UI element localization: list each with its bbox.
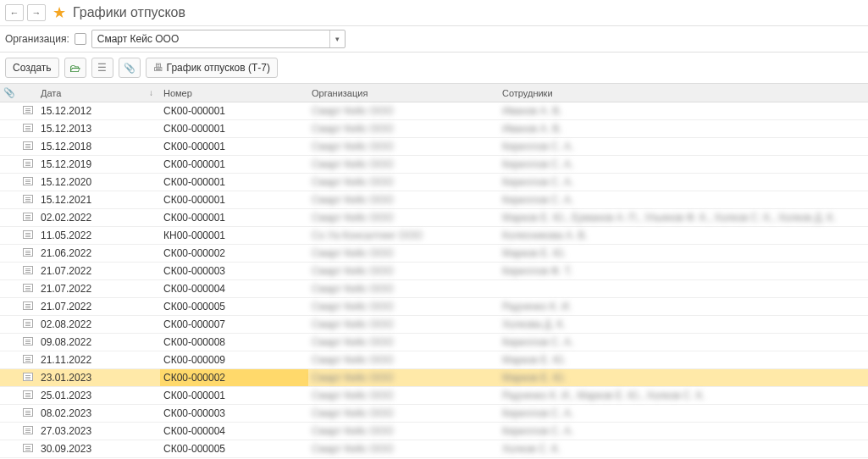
- cell-employees: Колесникова А. В.: [499, 230, 868, 241]
- cell-employees: Иванов А. В.: [499, 105, 868, 117]
- document-icon: [23, 230, 33, 239]
- create-button[interactable]: Создать: [5, 58, 59, 78]
- table-row[interactable]: 02.08.2022СК00-000007Смарт Кейс ОООХолко…: [0, 316, 868, 334]
- table-row[interactable]: 08.02.2023СК00-000003Смарт Кейс ОООКирил…: [0, 405, 868, 423]
- cell-doc-icon: [19, 443, 37, 455]
- document-icon: [23, 195, 33, 203]
- column-date[interactable]: Дата ↓: [37, 88, 160, 98]
- table-row[interactable]: 23.01.2023СК00-000002Смарт Кейс ОООМарко…: [0, 369, 868, 387]
- cell-date: 15.12.2013: [37, 123, 160, 135]
- document-icon: [23, 390, 33, 399]
- cell-number: СК00-000007: [160, 316, 308, 333]
- table-row[interactable]: 30.09.2023СК00-000005Смарт Кейс ОООХолко…: [0, 440, 868, 458]
- forward-button[interactable]: →: [27, 4, 46, 21]
- cell-doc-icon: [19, 141, 37, 152]
- table-row[interactable]: 15.12.2018СК00-000001Смарт Кейс ОООКирил…: [0, 138, 868, 156]
- cell-doc-icon: [19, 354, 37, 366]
- table-row[interactable]: 15.12.2019СК00-000001Смарт Кейс ОООКирил…: [0, 156, 868, 174]
- document-icon: [23, 408, 33, 417]
- cell-employees: Холков С. К.: [499, 443, 868, 455]
- table-row[interactable]: 15.12.2020СК00-000001Смарт Кейс ОООКирил…: [0, 174, 868, 191]
- cell-number: СК00-000001: [160, 174, 308, 191]
- table-row[interactable]: 15.12.2013СК00-000001Смарт Кейс ОООИвано…: [0, 120, 868, 138]
- cell-date: 15.12.2020: [37, 176, 160, 188]
- document-icon: [23, 337, 33, 346]
- page-title: Графики отпусков: [73, 5, 185, 20]
- cell-doc-icon: [19, 265, 37, 277]
- cell-doc-icon: [19, 283, 37, 295]
- cell-doc-icon: [19, 301, 37, 312]
- table-row[interactable]: 21.07.2022СК00-000005Смарт Кейс ОООРадче…: [0, 298, 868, 316]
- cell-number: СК00-000001: [160, 156, 308, 173]
- filter-row: Организация: Смарт Кейс ООО ▾: [0, 26, 868, 53]
- cell-employees: Кириллов С. А.: [499, 176, 868, 188]
- column-org[interactable]: Организация: [308, 88, 499, 98]
- back-button[interactable]: ←: [5, 4, 24, 21]
- cell-employees: Кириллов С. А.: [499, 194, 868, 206]
- cell-employees: Холкова Д. К.: [499, 318, 868, 330]
- cell-date: 23.01.2023: [37, 372, 160, 384]
- cell-number: СК00-000001: [160, 102, 308, 119]
- column-attachments[interactable]: 📎: [0, 87, 19, 98]
- cell-date: 15.12.2012: [37, 105, 160, 117]
- cell-number: СК00-000005: [160, 298, 308, 315]
- cell-org: Со Уа Консалтинг ООО: [308, 230, 499, 241]
- org-combo-dropdown-button[interactable]: ▾: [329, 30, 345, 47]
- cell-doc-icon: [19, 212, 37, 224]
- table-row[interactable]: 02.02.2022СК00-000001Смарт Кейс ОООМарко…: [0, 209, 868, 227]
- cell-number: СК00-000009: [160, 351, 308, 368]
- document-icon: [23, 266, 33, 274]
- document-icon: [23, 124, 33, 132]
- cell-org: Смарт Кейс ООО: [308, 123, 499, 135]
- document-icon: [23, 159, 33, 168]
- table-row[interactable]: 21.11.2022СК00-000009Смарт Кейс ОООМарко…: [0, 351, 868, 369]
- open-button[interactable]: 🗁: [64, 58, 86, 78]
- cell-org: Смарт Кейс ООО: [308, 301, 499, 312]
- document-icon: [23, 426, 33, 434]
- favorite-icon[interactable]: ★: [53, 3, 66, 22]
- cell-employees: Радченко К. И., Марков Е. Ю., Холков С. …: [499, 390, 868, 401]
- print-button[interactable]: 🖶 График отпусков (Т-7): [146, 58, 278, 78]
- cell-doc-icon: [19, 390, 37, 401]
- table-row[interactable]: 11.05.2022КН00-000001Со Уа Консалтинг ОО…: [0, 227, 868, 245]
- cell-number: СК00-000001: [160, 387, 308, 404]
- cell-date: 21.11.2022: [37, 354, 160, 366]
- cell-date: 15.12.2019: [37, 158, 160, 170]
- cell-doc-icon: [19, 194, 37, 206]
- list-button[interactable]: ☰: [91, 58, 113, 78]
- document-icon: [23, 301, 33, 310]
- document-icon: [23, 141, 33, 150]
- cell-org: Смарт Кейс ООО: [308, 158, 499, 170]
- print-button-label: График отпусков (Т-7): [167, 62, 270, 74]
- column-number[interactable]: Номер: [160, 88, 308, 98]
- table-row[interactable]: 21.07.2022СК00-000003Смарт Кейс ОООКирил…: [0, 263, 868, 280]
- cell-doc-icon: [19, 372, 37, 384]
- cell-employees: Кириллов С. А.: [499, 141, 868, 152]
- table-row[interactable]: 25.01.2023СК00-000001Смарт Кейс ОООРадче…: [0, 387, 868, 405]
- cell-number: СК00-000001: [160, 120, 308, 137]
- folder-open-icon: 🗁: [69, 62, 80, 75]
- cell-doc-icon: [19, 176, 37, 188]
- cell-org: Смарт Кейс ООО: [308, 407, 499, 419]
- column-employees[interactable]: Сотрудники: [499, 88, 868, 98]
- table-row[interactable]: 21.07.2022СК00-000004Смарт Кейс ООО: [0, 280, 868, 298]
- org-combo[interactable]: Смарт Кейс ООО ▾: [91, 30, 346, 48]
- table-row[interactable]: 21.06.2022СК00-000002Смарт Кейс ОООМарко…: [0, 245, 868, 263]
- cell-org: Смарт Кейс ООО: [308, 265, 499, 277]
- table-row[interactable]: 15.12.2021СК00-000001Смарт Кейс ОООКирил…: [0, 191, 868, 209]
- attachment-button[interactable]: 📎: [119, 58, 141, 78]
- table-row[interactable]: 09.08.2022СК00-000008Смарт Кейс ОООКирил…: [0, 334, 868, 351]
- cell-number: СК00-000002: [160, 245, 308, 262]
- org-combo-value[interactable]: Смарт Кейс ООО: [92, 30, 329, 47]
- table-row[interactable]: 15.12.2012СК00-000001Смарт Кейс ОООИвано…: [0, 102, 868, 120]
- cell-employees: Кириллов С. А.: [499, 158, 868, 170]
- cell-date: 08.02.2023: [37, 407, 160, 419]
- document-icon: [23, 373, 33, 381]
- table-row[interactable]: 27.03.2023СК00-000004Смарт Кейс ОООКирил…: [0, 423, 868, 440]
- org-filter-checkbox[interactable]: [75, 33, 86, 45]
- cell-org: Смарт Кейс ООО: [308, 105, 499, 117]
- cell-date: 15.12.2018: [37, 141, 160, 152]
- document-icon: [23, 106, 33, 114]
- cell-doc-icon: [19, 105, 37, 117]
- cell-org: Смарт Кейс ООО: [308, 283, 499, 295]
